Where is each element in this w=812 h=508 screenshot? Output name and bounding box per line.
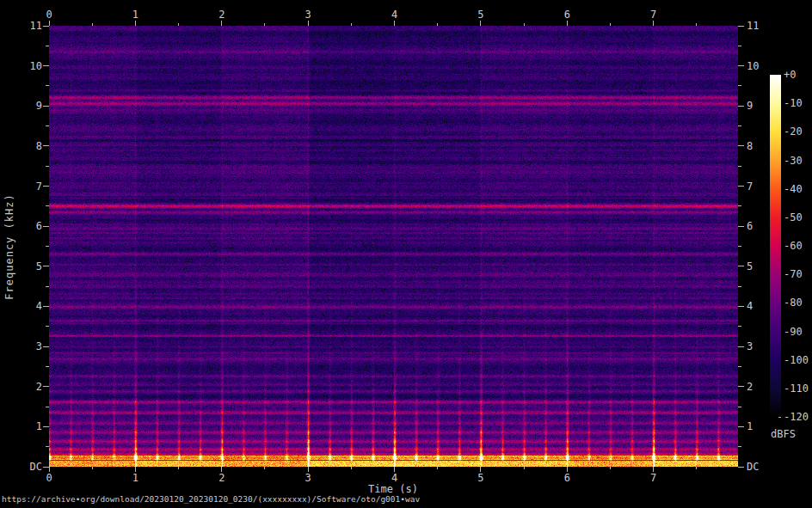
y-axis-right-tick-label: 6 [747,220,753,232]
y-axis-title: Frequency (kHz) [3,193,15,299]
y-axis-left-minor-tick [46,246,49,247]
y-axis-right-tick [738,186,744,187]
x-axis-bottom-tick-label: 7 [650,472,656,484]
colorbar-tick-label: -70 [784,268,803,280]
colorbar-tick-label: -60 [784,240,803,252]
colorbar-tick-label: -90 [784,326,803,338]
y-axis-left-minor-tick [46,407,49,407]
x-axis-top-minor-tick [92,23,93,26]
y-axis-right-minor-tick [738,125,741,126]
y-axis-left-minor-tick [46,446,49,447]
y-axis-left-minor-tick [46,286,49,287]
x-axis-top-tick-label: 3 [305,9,311,21]
y-axis-left-tick [43,346,49,347]
y-axis-right-minor-tick [738,286,741,287]
x-axis-bottom-minor-tick [178,467,179,469]
x-axis-bottom-tick-label: 5 [477,472,483,484]
x-axis-top-tick [221,21,222,26]
y-axis-left-tick-label: 8 [7,140,42,152]
colorbar-tick-label: -40 [784,183,803,195]
x-axis-title: Time (s) [368,483,418,495]
x-axis-top-minor-tick [351,23,352,26]
y-axis-left-minor-tick [46,46,49,46]
x-axis-top-tick [653,21,654,26]
title-url: https://archive•org/download/20230120_20… [2,494,420,504]
x-axis-bottom-minor-tick [610,467,611,469]
x-axis-top-tick-label: 7 [650,9,656,21]
y-axis-left-tick [43,266,49,266]
y-axis-right-tick [738,26,744,27]
x-axis-top-minor-tick [610,23,611,26]
y-axis-right-tick-label: 7 [747,181,753,193]
colorbar-tick-label: -30 [784,155,803,167]
colorbar-tick-label: -20 [784,125,803,138]
y-axis-right-tick [738,226,744,227]
x-axis-bottom-minor-tick [524,467,525,469]
x-axis-bottom-tick-label: 6 [564,472,570,484]
y-axis-left-tick [43,467,49,468]
spectrogram-page: 0011223344556677111110109988776655443322… [0,0,812,508]
x-axis-top-tick-label: 1 [132,9,138,21]
x-axis-bottom-tick-label: 1 [132,472,138,484]
y-axis-left-tick-label: 11 [7,20,42,32]
x-axis-bottom-minor-tick [696,467,697,469]
y-axis-right-tick [738,145,744,146]
x-axis-top-tick-label: 6 [564,9,570,21]
y-axis-right-tick-label: 10 [747,60,759,72]
x-axis-top-tick-label: 2 [218,9,225,21]
y-axis-right-tick [738,386,744,387]
colorbar [770,75,781,417]
y-axis-left-minor-tick [46,205,49,206]
x-axis-bottom-minor-tick [437,467,438,469]
y-axis-left-tick [43,306,49,307]
spectrogram-plot [49,26,738,467]
y-axis-left-tick [43,106,49,107]
y-axis-left-minor-tick [46,166,49,167]
y-axis-right-tick-label: 5 [747,260,753,272]
y-axis-right-minor-tick [738,85,741,86]
x-axis-top-minor-tick [524,23,525,26]
x-axis-top-minor-tick [696,23,697,26]
y-axis-left-tick [43,426,49,427]
y-axis-left-minor-tick [46,326,49,327]
x-axis-top-minor-tick [264,23,265,26]
y-axis-right-tick [738,346,744,347]
x-axis-top-tick [394,21,395,26]
y-axis-right-minor-tick [738,326,741,327]
colorbar-tick-label: -50 [784,211,803,223]
x-axis-top-tick [135,21,136,26]
x-axis-top-tick-label: 4 [391,9,397,21]
y-axis-left-tick [43,145,49,146]
y-axis-right-minor-tick [738,166,741,167]
y-axis-right-tick-label: 9 [747,100,753,112]
y-axis-right-tick-label: 8 [747,140,753,152]
colorbar-tick-label: -80 [784,297,803,309]
x-axis-top-tick [480,21,481,26]
colorbar-unit-label: dBFS [771,428,796,440]
x-axis-top-minor-tick [437,23,438,26]
y-axis-left-tick [43,186,49,187]
colorbar-tick-label: -120 [784,411,809,423]
y-axis-left-tick [43,65,49,66]
y-axis-left-minor-tick [46,85,49,86]
x-axis-bottom-tick-label: 2 [218,472,225,484]
y-axis-right-minor-tick [738,446,741,447]
y-axis-left-tick-label: 3 [7,340,42,352]
y-axis-left-tick-label: DC [7,461,42,473]
colorbar-tick-label: -110 [784,383,809,395]
y-axis-right-minor-tick [738,407,741,407]
y-axis-right-tick [738,306,744,307]
x-axis-top-minor-tick [178,23,179,26]
x-axis-top-tick [567,21,568,26]
y-axis-right-tick-label: DC [747,461,759,473]
x-axis-bottom-tick-label: 0 [46,472,52,484]
y-axis-left-tick [43,386,49,387]
y-axis-right-minor-tick [738,246,741,247]
y-axis-right-tick-label: 3 [747,340,753,352]
x-axis-top-tick-label: 5 [477,9,483,21]
y-axis-right-tick [738,65,744,66]
colorbar-tick-label: +0 [784,69,796,81]
x-axis-top-tick [308,21,309,26]
y-axis-left-tick-label: 7 [7,181,42,193]
y-axis-left-minor-tick [46,366,49,367]
